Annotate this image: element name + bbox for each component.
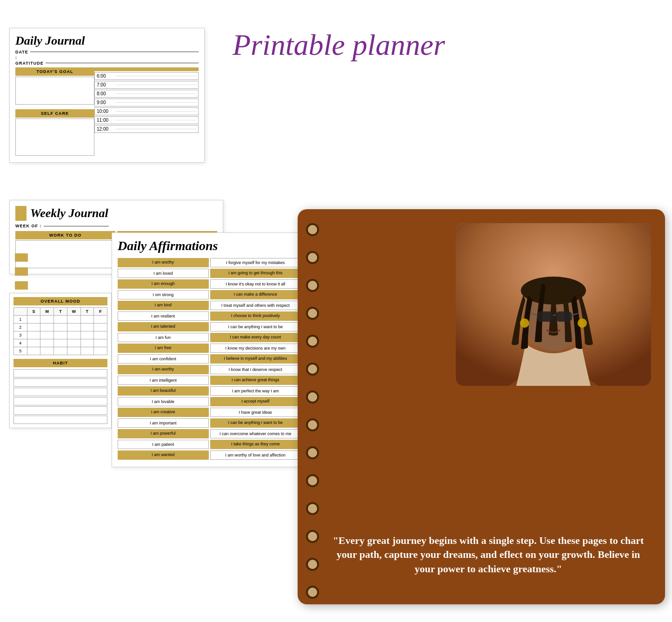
affirmation-left: I am resilient xyxy=(118,311,209,321)
dj-left-col: TODAY'S GOAL SELF CARE xyxy=(15,67,94,157)
mood-cell[interactable] xyxy=(54,316,67,324)
mood-cell[interactable] xyxy=(27,347,40,355)
ring-14 xyxy=(306,586,319,599)
mood-cell[interactable] xyxy=(54,331,67,339)
svg-point-12 xyxy=(578,318,587,328)
affirmation-left: I am intelligent xyxy=(118,376,209,385)
daily-affirmations-title: Daily Affirmations xyxy=(118,238,301,253)
mood-cell[interactable] xyxy=(94,339,107,347)
mood-cell[interactable] xyxy=(54,339,67,347)
mood-body: 12345 xyxy=(14,316,107,355)
time-line xyxy=(115,85,196,85)
gratitude-label: GRATITUDE xyxy=(15,61,44,66)
affirmation-left: I am creative xyxy=(118,408,209,417)
mood-cell[interactable] xyxy=(80,324,94,331)
mood-cell[interactable] xyxy=(40,316,54,324)
habit-section: HABIT xyxy=(13,359,107,424)
mood-cell[interactable] xyxy=(27,331,40,339)
mood-cell[interactable] xyxy=(40,339,54,347)
habit-row[interactable] xyxy=(13,397,107,405)
mood-cell[interactable] xyxy=(27,316,40,324)
mood-cell[interactable] xyxy=(27,324,40,331)
ring-7 xyxy=(306,390,319,404)
time-row[interactable]: 8:00 xyxy=(94,90,199,98)
affirmation-left: I am important xyxy=(118,418,209,428)
mood-cell[interactable] xyxy=(67,347,80,355)
mood-empty-header xyxy=(14,308,27,316)
deco-rect-1 xyxy=(15,253,28,262)
affirmation-row: I am intelligent I can achieve great thi… xyxy=(118,376,301,385)
mood-cell[interactable] xyxy=(94,324,107,331)
mood-row-num: 1 xyxy=(14,316,27,324)
mood-cell[interactable] xyxy=(27,339,40,347)
affirmation-left: I am free xyxy=(118,344,209,353)
mood-cell[interactable] xyxy=(94,331,107,339)
daily-journal-card: Daily Journal DATE : GRATITUDE TODAY'S G… xyxy=(9,28,205,163)
mood-cell[interactable] xyxy=(67,316,80,324)
mood-header-row: SMTWTF xyxy=(14,308,107,316)
ring-3 xyxy=(306,279,319,292)
time-label: 10:00 xyxy=(97,109,113,114)
mood-cell[interactable] xyxy=(67,339,80,347)
time-row[interactable]: 10:00 xyxy=(94,107,199,115)
affirmation-right: I am perfect the way I am xyxy=(210,386,301,396)
mood-cell[interactable] xyxy=(94,347,107,355)
ring-8 xyxy=(306,418,319,431)
affirmation-row: I am fun I can make every day count xyxy=(118,333,301,342)
daily-affirmations-card: Daily Affirmations I am worthy I forgive… xyxy=(112,232,307,467)
notebook-quote: "Every great journey begins with a singl… xyxy=(326,534,651,576)
todays-goal-box[interactable] xyxy=(15,77,94,105)
habit-row[interactable] xyxy=(13,378,107,387)
ring-12 xyxy=(306,530,319,543)
mood-cell[interactable] xyxy=(54,347,67,355)
habit-row[interactable] xyxy=(13,416,107,424)
time-row[interactable]: 6:00 xyxy=(94,72,199,80)
week-of-line xyxy=(44,226,109,226)
mood-cell[interactable] xyxy=(80,316,94,324)
mood-cell[interactable] xyxy=(40,331,54,339)
affirmation-right: I can overcome whatever comes to me xyxy=(210,429,301,438)
affirmation-right: I treat myself and others with respect xyxy=(210,301,301,310)
affirmation-row: I om strong I can make a difference xyxy=(118,290,301,299)
affirmation-left: I am worthy xyxy=(118,365,209,374)
mood-day-header: T xyxy=(80,308,94,316)
time-label: 9:00 xyxy=(97,100,113,105)
affirmation-row: I am beautiful I am perfect the way I am xyxy=(118,386,301,396)
work-to-do-box[interactable] xyxy=(15,240,115,268)
time-row[interactable]: 7:00 xyxy=(94,81,199,89)
affirmation-row: I am patient I take things as they come xyxy=(118,440,301,449)
affirmation-row: I am resilient I choose to think positiv… xyxy=(118,311,301,321)
affirmation-right: I accept myself xyxy=(210,397,301,406)
time-label: 11:00 xyxy=(97,118,113,123)
time-row[interactable]: 9:00 xyxy=(94,99,199,106)
mood-cell[interactable] xyxy=(80,347,94,355)
ring-13 xyxy=(306,558,319,571)
mood-cell[interactable] xyxy=(80,331,94,339)
mood-cell[interactable] xyxy=(40,324,54,331)
time-row[interactable]: 11:00 xyxy=(94,116,199,124)
habit-row[interactable] xyxy=(13,369,107,377)
notebook-inner: "Every great journey begins with a singl… xyxy=(298,209,665,604)
habit-row[interactable] xyxy=(13,406,107,415)
time-label: 7:00 xyxy=(97,82,113,87)
weekly-journal-title: Weekly Journal xyxy=(30,206,108,220)
mood-cell[interactable] xyxy=(67,331,80,339)
habit-row[interactable] xyxy=(13,388,107,396)
affirmation-right: I know it's okay not to know it all xyxy=(210,279,301,289)
mood-row: 4 xyxy=(14,339,107,347)
time-line xyxy=(115,111,196,112)
mood-cell[interactable] xyxy=(80,339,94,347)
mood-cell[interactable] xyxy=(40,347,54,355)
daily-journal-title: Daily Journal xyxy=(15,34,199,48)
self-care-box[interactable] xyxy=(15,119,94,156)
time-line xyxy=(115,102,196,103)
affirmation-left: I am talented xyxy=(118,322,209,331)
affirmation-left: I am wanted xyxy=(118,450,209,460)
mood-row-num: 4 xyxy=(14,339,27,347)
affirmation-right: I know my decisions are my own xyxy=(210,344,301,353)
affirmation-right: I am worthy of love and affection xyxy=(210,450,301,460)
mood-cell[interactable] xyxy=(67,324,80,331)
mood-cell[interactable] xyxy=(94,316,107,324)
time-row[interactable]: 12:00 xyxy=(94,125,199,133)
mood-cell[interactable] xyxy=(54,324,67,331)
